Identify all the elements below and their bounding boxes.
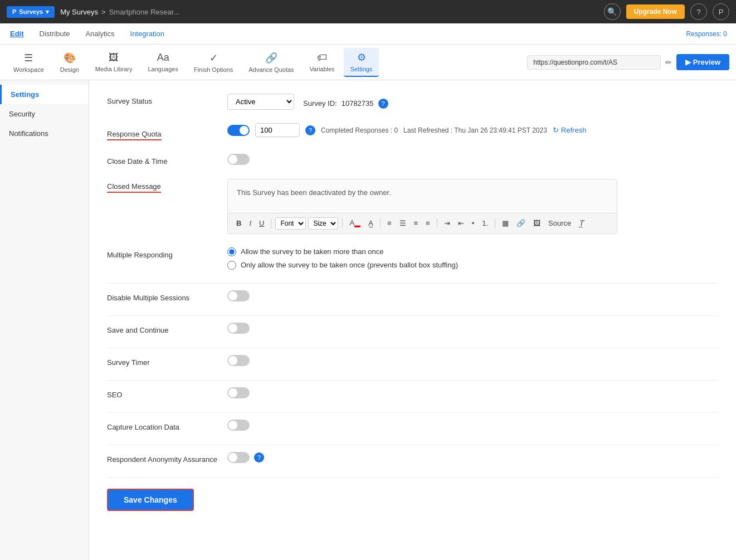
survey-timer-row: Survey Timer [107,355,718,367]
multiple-responding-row: Multiple Responding Allow the survey to … [107,247,718,270]
breadcrumb-my-surveys[interactable]: My Surveys [60,8,98,16]
toolbar-media-library-label: Media Library [95,66,133,72]
closed-message-label: Closed Message [107,179,161,193]
variables-icon: 🏷 [317,52,327,64]
sidebar-notifications-label: Notifications [9,129,48,138]
media-library-icon: 🖼 [109,52,119,64]
seo-toggle[interactable] [227,387,250,398]
refresh-button[interactable]: ↻ Refresh [553,126,587,134]
tab-distribute[interactable]: Distribute [38,23,71,45]
survey-id-area: Survey ID: 10782735 ? [303,95,388,109]
capture-location-toggle[interactable] [227,420,250,431]
respondent-anonymity-help-icon[interactable]: ? [254,452,264,462]
size-select[interactable]: Size [308,217,338,230]
align-left-button[interactable]: ≡ [384,217,394,229]
quota-controls: ? Completed Responses : 0 Last Refreshed… [227,123,586,137]
radio-multiple-input[interactable] [227,247,236,256]
profile-button[interactable]: P [713,3,729,20]
indent-button[interactable]: ⇥ [441,217,453,229]
disable-multiple-sessions-toggle[interactable] [227,290,250,301]
image-button[interactable]: 🖼 [530,217,543,229]
top-bar-right: 🔍 Upgrade Now ? P [604,3,729,20]
preview-button[interactable]: ▶ Preview [676,54,729,70]
radio-once-label: Only allow the survey to be taken once (… [241,261,458,269]
sidebar-item-notifications[interactable]: Notifications [0,124,89,143]
quota-input[interactable] [255,123,300,137]
toolbar-advance-quotas[interactable]: 🔗 Advance Quotas [242,48,300,76]
toolbar-design[interactable]: 🎨 Design [53,48,86,76]
table-button[interactable]: ▦ [499,217,511,229]
radio-once-input[interactable] [227,261,236,270]
survey-id-help-icon[interactable]: ? [378,99,388,109]
toolbar-languages[interactable]: Aa Languages [141,48,184,76]
survey-status-select[interactable]: Active Inactive Closed [227,94,294,110]
bold-button[interactable]: B [233,217,244,229]
sidebar-settings-label: Settings [11,90,39,99]
toolbar-divider-5 [495,218,495,228]
source-button[interactable]: Source [545,217,574,229]
ol-button[interactable]: 1. [479,217,491,229]
align-center-button[interactable]: ☰ [397,217,409,229]
link-button[interactable]: 🔗 [514,217,528,229]
languages-icon: Aa [157,52,169,64]
survey-url: https://questionpro.com/t/AS [527,55,661,70]
tab-integration[interactable]: Integration [129,23,165,45]
toolbar-media-library[interactable]: 🖼 Media Library [89,48,139,76]
underline-button[interactable]: U [256,217,267,229]
survey-id-label: Survey ID: [303,99,337,108]
search-button[interactable]: 🔍 [604,3,621,20]
response-quota-label: Response Quota [107,126,162,140]
justify-button[interactable]: ≡ [423,217,433,229]
save-continue-toggle[interactable] [227,323,250,334]
toolbar-variables[interactable]: 🏷 Variables [303,48,342,76]
response-quota-toggle[interactable] [227,125,250,136]
toolbar-divider-3 [380,218,381,228]
capture-location-label: Capture Location Data [107,420,179,431]
help-button[interactable]: ? [690,3,707,20]
seo-label: SEO [107,387,122,399]
respondent-anonymity-toggle[interactable] [227,452,250,463]
toolbar-design-label: Design [60,66,79,73]
upgrade-button[interactable]: Upgrade Now [626,4,685,19]
italic-button[interactable]: I [246,217,254,229]
survey-timer-toggle[interactable] [227,355,250,366]
quota-help-icon[interactable]: ? [305,125,315,135]
tab-edit[interactable]: Edit [9,23,25,45]
divider-7 [107,477,718,478]
refresh-label: Refresh [561,126,587,134]
app-logo[interactable]: P Surveys ▾ [7,6,55,18]
close-date-toggle[interactable] [227,154,250,165]
tab-analytics[interactable]: Analytics [84,23,115,45]
toolbar-workspace[interactable]: ☰ Workspace [7,48,51,76]
edit-url-button[interactable]: ✏ [665,58,672,67]
breadcrumb-current: Smartphone Resear... [109,8,179,16]
font-color-button[interactable]: A▬ [347,217,363,230]
responses-count: Responses: 0 [686,30,727,38]
radio-option-multiple[interactable]: Allow the survey to be taken more than o… [227,247,458,256]
dropdown-arrow-icon[interactable]: ▾ [46,8,49,16]
align-right-button[interactable]: ≡ [411,217,421,229]
multiple-responding-label: Multiple Responding [107,247,173,259]
divider-2 [107,315,718,316]
outdent-button[interactable]: ⇤ [455,217,467,229]
divider-5 [107,412,718,413]
radio-option-once[interactable]: Only allow the survey to be taken once (… [227,261,458,270]
radio-group-multiple-responding: Allow the survey to be taken more than o… [227,247,458,270]
toolbar-advance-quotas-label: Advance Quotas [248,66,294,73]
ul-button[interactable]: • [469,217,477,229]
disable-multiple-sessions-row: Disable Multiple Sessions [107,290,718,302]
toolbar-finish-options[interactable]: ✓ Finish Options [187,48,240,76]
save-changes-area: Save Changes [107,489,718,511]
closed-message-text[interactable]: This Survey has been deactivated by the … [228,179,617,213]
font-select[interactable]: Font [275,217,306,230]
survey-id-value: 10782735 [342,99,374,108]
app-name: Surveys [19,8,43,15]
clear-format-button[interactable]: T̲ [576,217,586,229]
sidebar: Settings Security Notifications [0,80,89,560]
save-changes-button[interactable]: Save Changes [107,489,194,511]
toolbar-settings[interactable]: ⚙ Settings [344,48,379,77]
highlight-button[interactable]: A̲ [365,217,376,229]
sidebar-item-security[interactable]: Security [0,104,89,124]
sidebar-item-settings[interactable]: Settings [0,85,89,104]
divider-4 [107,380,718,381]
